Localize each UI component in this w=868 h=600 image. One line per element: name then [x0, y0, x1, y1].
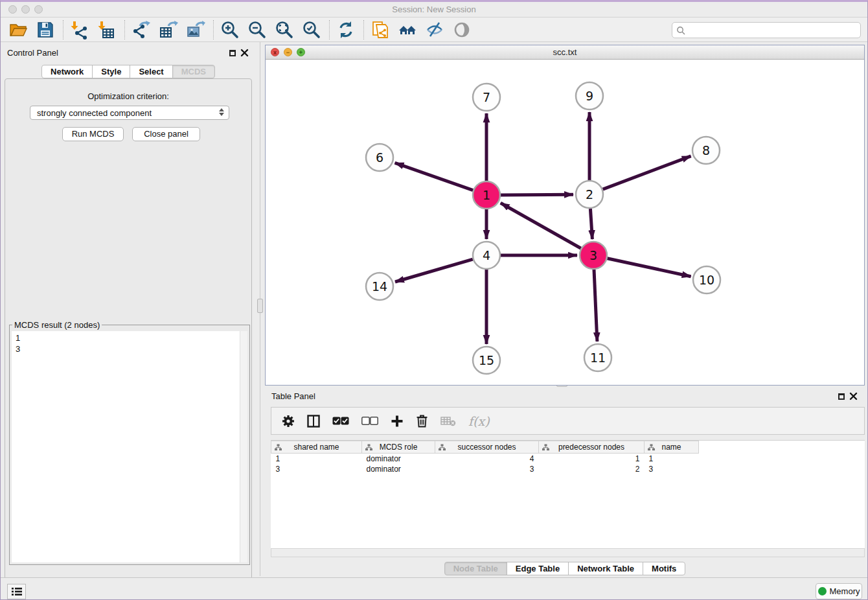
show-all-icon[interactable]	[451, 19, 473, 41]
node-10[interactable]: 10	[693, 266, 720, 294]
svg-text:15: 15	[479, 353, 494, 367]
result-scrollbar[interactable]	[240, 331, 247, 562]
add-column-icon[interactable]	[391, 415, 404, 428]
table-tab-edge-table[interactable]: Edge Table	[507, 562, 569, 575]
table-tab-motifs[interactable]: Motifs	[643, 562, 685, 575]
column-namespace-icon	[542, 444, 549, 451]
column-header-name[interactable]: name	[645, 441, 699, 454]
import-network-icon[interactable]	[69, 19, 91, 41]
export-table-icon[interactable]	[157, 19, 179, 41]
table-horizontal-scrollbar[interactable]	[271, 548, 865, 557]
column-header-label: MCDS role	[380, 443, 418, 452]
delete-column-icon[interactable]	[416, 414, 428, 428]
vertical-splitter-handle[interactable]	[257, 299, 263, 313]
network-window-titlebar[interactable]: x − + scc.txt	[266, 45, 864, 60]
float-panel-icon[interactable]	[229, 50, 236, 56]
first-neighbors-icon[interactable]	[396, 19, 418, 41]
control-panel: Control Panel NetworkStyleSelectMCDS Opt…	[1, 42, 256, 576]
open-session-icon[interactable]	[7, 19, 29, 41]
toolbar-separator	[63, 20, 63, 40]
main-titlebar: Session: New Session	[1, 2, 867, 17]
svg-text:2: 2	[586, 187, 593, 202]
column-header-predecessor-nodes[interactable]: predecessor nodes	[539, 441, 645, 454]
export-network-icon[interactable]	[130, 19, 152, 41]
edge-2-3[interactable]	[590, 209, 592, 239]
gear-icon[interactable]	[282, 415, 295, 428]
table-cell[interactable]: 2	[539, 464, 645, 474]
edge-1-6[interactable]	[395, 163, 474, 190]
table-cell[interactable]: 4	[435, 454, 539, 464]
save-session-icon[interactable]	[34, 19, 56, 41]
hide-selected-icon[interactable]	[424, 19, 446, 41]
network-canvas[interactable]: 7968124314101511	[266, 60, 864, 385]
control-tab-style[interactable]: Style	[92, 65, 130, 78]
run-mcds-button[interactable]: Run MCDS	[62, 127, 124, 141]
duplicate-network-icon[interactable]	[369, 19, 391, 41]
svg-text:14: 14	[372, 279, 387, 294]
zoom-fit-icon[interactable]	[273, 19, 295, 41]
node-3[interactable]: 3	[580, 242, 607, 269]
session-title: Session: New Session	[1, 5, 867, 14]
table-cell[interactable]: 1	[645, 454, 699, 464]
table-tab-node-table[interactable]: Node Table	[444, 562, 507, 575]
table-cell[interactable]: 1	[539, 454, 645, 464]
optimization-criterion-label: Optimization criterion:	[5, 91, 251, 101]
result-line: 1	[16, 332, 20, 343]
table-cell[interactable]: 3	[435, 464, 539, 474]
node-2[interactable]: 2	[576, 181, 603, 208]
export-image-icon[interactable]	[185, 19, 207, 41]
memory-status-icon	[818, 587, 827, 595]
node-8[interactable]: 8	[692, 137, 720, 164]
svg-text:3: 3	[589, 248, 597, 262]
select-all-columns-icon[interactable]	[332, 417, 349, 425]
edge-3-10[interactable]	[608, 259, 691, 277]
search-field[interactable]	[672, 22, 861, 38]
node-1[interactable]: 1	[473, 181, 500, 209]
import-table-icon[interactable]	[96, 19, 118, 41]
table-cell[interactable]: 3	[271, 464, 362, 474]
unselect-all-columns-icon[interactable]	[361, 417, 378, 425]
criterion-dropdown[interactable]: strongly connected component	[30, 106, 229, 120]
refresh-icon[interactable]	[335, 19, 357, 41]
search-input[interactable]	[688, 25, 856, 35]
node-11[interactable]: 11	[584, 344, 611, 371]
control-tab-select[interactable]: Select	[130, 65, 172, 78]
table-row[interactable]: 3dominator323	[271, 464, 699, 474]
edge-1-2[interactable]	[501, 194, 573, 195]
table-row[interactable]: 1dominator411	[271, 454, 699, 464]
column-header-shared-name[interactable]: shared name	[271, 441, 362, 454]
table-cell[interactable]: dominator	[362, 454, 435, 464]
svg-text:9: 9	[586, 89, 593, 103]
table-tab-network-table[interactable]: Network Table	[568, 562, 643, 575]
node-4[interactable]: 4	[473, 242, 500, 269]
table-cell[interactable]: 3	[645, 464, 699, 474]
zoom-selected-icon[interactable]	[301, 19, 323, 41]
zoom-in-icon[interactable]	[219, 19, 241, 41]
node-14[interactable]: 14	[366, 273, 393, 300]
control-tab-mcds[interactable]: MCDS	[172, 65, 215, 78]
table-cell[interactable]: 1	[271, 454, 362, 464]
float-table-panel-icon[interactable]	[838, 393, 845, 400]
edge-4-14[interactable]	[395, 259, 473, 282]
memory-button[interactable]: Memory	[816, 583, 862, 599]
edge-3-1[interactable]	[501, 203, 581, 248]
column-header-successor-nodes[interactable]: successor nodes	[435, 441, 539, 454]
mcds-result-textarea[interactable]: 13	[12, 331, 247, 562]
node-15[interactable]: 15	[473, 347, 500, 374]
control-tab-network[interactable]: Network	[41, 65, 93, 78]
column-header-MCDS-role[interactable]: MCDS role	[362, 441, 435, 454]
table-cell[interactable]: dominator	[362, 464, 435, 474]
close-panel-button[interactable]: Close panel	[132, 127, 200, 141]
edge-3-11[interactable]	[594, 270, 597, 341]
zoom-out-icon[interactable]	[246, 19, 268, 41]
automation-panel-button[interactable]	[7, 584, 26, 599]
column-view-icon[interactable]	[307, 415, 320, 428]
control-panel-title: Control Panel	[7, 48, 58, 58]
node-9[interactable]: 9	[576, 82, 603, 110]
edge-2-8[interactable]	[603, 156, 691, 189]
close-table-panel-icon[interactable]	[849, 392, 858, 401]
close-panel-icon[interactable]	[240, 49, 249, 58]
table-panel-title: Table Panel	[271, 391, 315, 401]
node-7[interactable]: 7	[473, 84, 500, 111]
node-6[interactable]: 6	[366, 144, 393, 171]
